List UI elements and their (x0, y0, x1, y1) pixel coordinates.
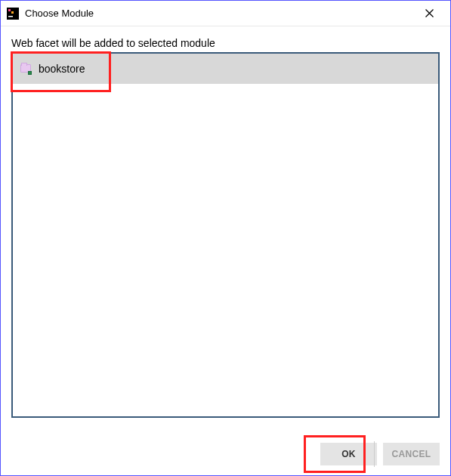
module-label: bookstore (39, 63, 85, 75)
button-bar: OK CANCEL (310, 433, 450, 475)
choose-module-dialog: Choose Module Web facet will be added to… (0, 0, 451, 476)
svg-rect-1 (8, 9, 11, 11)
svg-rect-2 (11, 11, 14, 14)
close-button[interactable] (414, 2, 444, 25)
ok-button[interactable]: OK (320, 443, 377, 465)
titlebar: Choose Module (1, 1, 450, 26)
description-text: Web facet will be added to selected modu… (11, 37, 440, 49)
cancel-button[interactable]: CANCEL (383, 443, 440, 465)
svg-rect-3 (8, 16, 13, 17)
module-list[interactable]: bookstore (11, 52, 440, 418)
app-icon (7, 8, 19, 20)
dialog-content: Web facet will be added to selected modu… (1, 26, 450, 418)
dialog-title: Choose Module (25, 8, 414, 19)
button-divider (374, 441, 375, 467)
module-icon (20, 63, 32, 75)
module-list-item[interactable]: bookstore (13, 54, 438, 84)
